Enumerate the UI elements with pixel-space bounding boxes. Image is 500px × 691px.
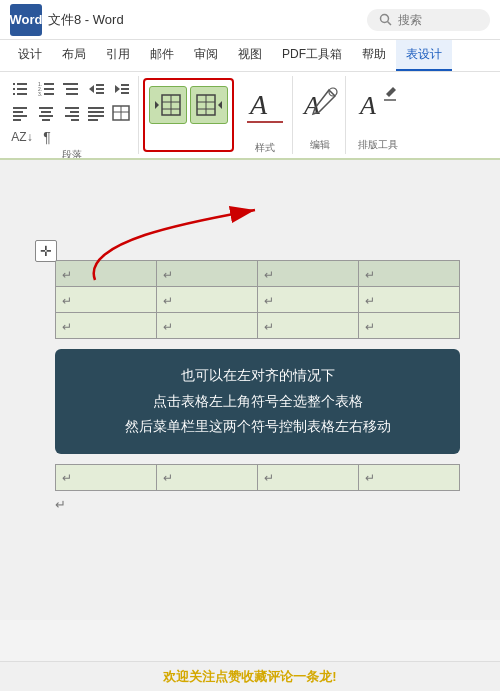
tab-table-design[interactable]: 表设计 (396, 40, 452, 71)
paragraph-mid-row (10, 102, 134, 124)
tooltip-box: 也可以在左对齐的情况下 点击表格左上角符号全选整个表格 然后菜单栏里这两个符号控… (55, 349, 460, 454)
document-area: ✛ ↵ ↵ ↵ ↵ ↵ ↵ ↵ ↵ ↵ ↵ ↵ ↵ (0, 160, 500, 620)
justify-btn[interactable] (85, 102, 109, 124)
tooltip-line2: 点击表格左上角符号全选整个表格 (71, 389, 444, 415)
svg-marker-21 (115, 85, 120, 93)
svg-point-0 (381, 15, 389, 23)
show-marks-btn[interactable]: ¶ (35, 126, 59, 148)
table-cell: ↵ (157, 464, 258, 490)
svg-rect-27 (13, 115, 27, 117)
list-numbered-icon: 1. 2. 3. (37, 80, 57, 98)
ribbon-toolbar: 1. 2. 3. (0, 72, 500, 160)
ribbon-tabs: 设计 布局 引用 邮件 审阅 视图 PDF工具箱 帮助 表设计 (0, 40, 500, 72)
table-cell: ↵ (56, 287, 157, 313)
svg-marker-53 (218, 101, 222, 109)
svg-rect-4 (13, 88, 15, 90)
svg-rect-5 (17, 88, 27, 90)
table-left-icon (154, 93, 182, 117)
move-table-left-btn[interactable] (149, 86, 187, 124)
layout-label: 排版工具 (358, 136, 398, 152)
table-move-handle[interactable]: ✛ (35, 240, 57, 262)
paragraph-top-row: 1. 2. 3. (10, 78, 134, 100)
edit-icon: A (301, 82, 339, 127)
table-icon (112, 104, 132, 122)
tab-help[interactable]: 帮助 (352, 40, 396, 71)
svg-rect-35 (65, 115, 79, 117)
svg-rect-39 (88, 115, 104, 117)
table-row: ↵ ↵ ↵ ↵ (56, 464, 460, 490)
search-box[interactable] (367, 9, 490, 31)
svg-rect-40 (88, 119, 98, 121)
svg-rect-32 (42, 119, 50, 121)
title-bar-left: Word 文件8 - Word (10, 4, 124, 36)
table-cell: ↵ (258, 261, 359, 287)
table-row: ↵ ↵ ↵ ↵ (56, 313, 460, 339)
indent-decrease-btn[interactable] (85, 78, 109, 100)
svg-rect-14 (63, 83, 78, 85)
list-multilevel-btn[interactable] (60, 78, 84, 100)
list-numbered-btn[interactable]: 1. 2. 3. (35, 78, 59, 100)
table-align-btn[interactable] (110, 102, 134, 124)
list-bullet-btn[interactable] (10, 78, 34, 100)
tooltip-line1: 也可以在左对齐的情况下 (71, 363, 444, 389)
tab-references[interactable]: 引用 (96, 40, 140, 71)
table-cell: ↵ (157, 287, 258, 313)
style-icon: A (245, 84, 285, 129)
table-cell: ↵ (258, 464, 359, 490)
style-label: 样式 (255, 139, 275, 155)
align-left-icon (12, 104, 32, 122)
align-right-btn[interactable] (60, 102, 84, 124)
file-title: 文件8 - Word (48, 11, 124, 29)
svg-rect-26 (13, 111, 23, 113)
edit-group: A 编辑 (295, 76, 346, 154)
svg-rect-6 (13, 93, 15, 95)
align-center-btn[interactable] (35, 102, 59, 124)
table-cell: ↵ (359, 464, 460, 490)
table-cell: ↵ (258, 287, 359, 313)
svg-text:A: A (358, 91, 376, 120)
search-icon (379, 13, 392, 26)
table-cell: ↵ (258, 313, 359, 339)
move-table-right-btn[interactable] (190, 86, 228, 124)
word-icon: Word (10, 4, 42, 36)
tab-review[interactable]: 审阅 (184, 40, 228, 71)
align-highlight-group (143, 78, 234, 152)
svg-rect-36 (71, 119, 79, 121)
svg-text:3.: 3. (38, 91, 42, 97)
sort-btn[interactable]: AZ↓ (10, 126, 34, 148)
align-right-icon (62, 104, 82, 122)
list-multilevel-icon (62, 80, 82, 98)
paragraph-label: 段落 (10, 148, 134, 160)
document-table: ↵ ↵ ↵ ↵ ↵ ↵ ↵ ↵ ↵ ↵ ↵ ↵ (55, 260, 460, 339)
bottom-bar: 欢迎关注点赞收藏评论一条龙! (0, 661, 500, 691)
svg-marker-17 (89, 85, 94, 93)
table-cell: ↵ (157, 313, 258, 339)
justify-icon (87, 104, 107, 122)
layout-icon: A (358, 82, 398, 127)
svg-text:A: A (248, 89, 268, 120)
search-input[interactable] (398, 13, 478, 27)
svg-rect-33 (65, 107, 79, 109)
paragraph-bot-row: AZ↓ ¶ (10, 126, 134, 148)
table-row: ↵ ↵ ↵ ↵ (56, 287, 460, 313)
tab-pdf[interactable]: PDF工具箱 (272, 40, 352, 71)
indent-increase-icon (112, 80, 132, 98)
table-cell: ↵ (359, 313, 460, 339)
tab-view[interactable]: 视图 (228, 40, 272, 71)
svg-rect-7 (17, 93, 27, 95)
tab-layout[interactable]: 布局 (52, 40, 96, 71)
style-preview: A (245, 84, 285, 133)
indent-increase-btn[interactable] (110, 78, 134, 100)
table-wrapper: ✛ ↵ ↵ ↵ ↵ ↵ ↵ ↵ ↵ ↵ ↵ ↵ ↵ (55, 260, 460, 512)
tab-mailings[interactable]: 邮件 (140, 40, 184, 71)
tab-design[interactable]: 设计 (8, 40, 52, 71)
svg-rect-38 (88, 111, 104, 113)
align-left-btn[interactable] (10, 102, 34, 124)
svg-rect-29 (39, 107, 53, 109)
svg-rect-25 (13, 107, 27, 109)
svg-rect-24 (121, 92, 129, 94)
table-right-icon (195, 93, 223, 117)
svg-rect-2 (13, 83, 15, 85)
svg-rect-28 (13, 119, 21, 121)
svg-rect-22 (121, 84, 129, 86)
